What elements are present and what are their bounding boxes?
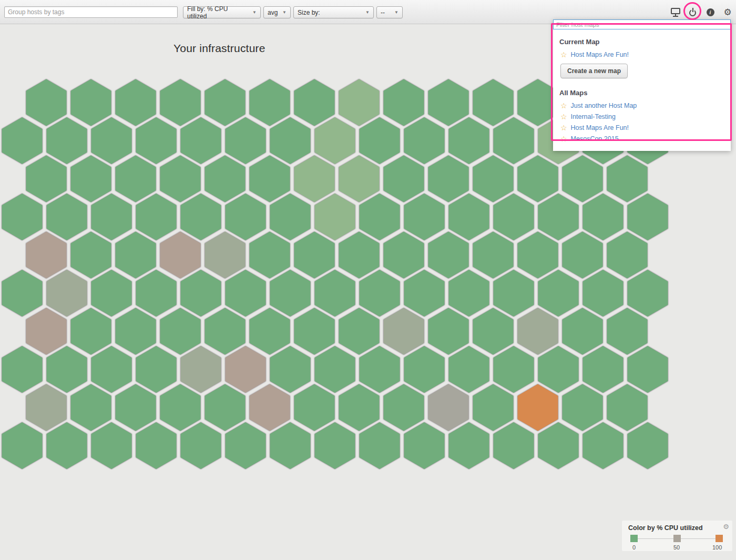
host-hexagon[interactable] — [71, 384, 111, 431]
star-icon[interactable]: ☆ — [560, 135, 567, 142]
host-hexagon[interactable] — [136, 422, 177, 469]
host-hexagon[interactable] — [428, 156, 469, 202]
host-hexagon[interactable] — [384, 79, 424, 126]
map-list-item[interactable]: ☆ Host Maps Are Fun! — [559, 123, 724, 134]
host-hexagon[interactable] — [270, 117, 311, 164]
host-hexagon[interactable] — [538, 194, 579, 240]
host-hexagon[interactable] — [473, 232, 514, 279]
host-hexagon[interactable] — [226, 194, 266, 240]
host-hexagon[interactable] — [270, 194, 311, 240]
host-hexagon[interactable] — [518, 384, 558, 431]
host-hexagon[interactable] — [494, 422, 534, 469]
host-hexagon[interactable] — [473, 79, 514, 126]
host-hexagon[interactable] — [181, 270, 221, 317]
host-hexagon[interactable] — [428, 79, 469, 126]
host-hexagon[interactable] — [360, 422, 400, 469]
star-icon[interactable]: ☆ — [560, 113, 567, 120]
host-hexagon[interactable] — [360, 117, 400, 164]
host-hexagon[interactable] — [91, 422, 132, 469]
host-hexagon[interactable] — [538, 270, 579, 317]
host-hexagon[interactable] — [339, 232, 380, 279]
current-map-link[interactable]: Host Maps Are Fun! — [571, 51, 629, 58]
create-new-map-button[interactable]: Create a new map — [560, 64, 628, 78]
host-hexagon[interactable] — [181, 422, 221, 469]
host-hexagon[interactable] — [315, 194, 355, 240]
host-hexagon[interactable] — [26, 156, 67, 202]
host-hexagon[interactable] — [518, 79, 558, 126]
host-hexagon[interactable] — [563, 384, 603, 431]
host-hexagon[interactable] — [360, 270, 400, 317]
host-hexagon[interactable] — [294, 79, 335, 126]
host-hexagon[interactable] — [518, 308, 558, 355]
host-hexagon[interactable] — [404, 346, 445, 393]
host-hexagon[interactable] — [116, 156, 156, 202]
host-hexagon[interactable] — [315, 422, 355, 469]
host-hexagon[interactable] — [116, 384, 156, 431]
star-icon[interactable]: ☆ — [560, 51, 567, 58]
host-hexagon[interactable] — [404, 194, 445, 240]
host-hexagon[interactable] — [270, 422, 311, 469]
fill-by-select[interactable]: Fill by: % CPU utilized ▼ — [183, 6, 261, 18]
host-hexagon[interactable] — [628, 194, 668, 240]
map-link[interactable]: MesosCon 2015 — [571, 135, 619, 142]
map-list-item[interactable]: ☆ Internal-Testing — [559, 111, 724, 123]
host-hexagon[interactable] — [607, 308, 648, 355]
host-hexagon[interactable] — [71, 79, 111, 126]
host-hexagon[interactable] — [315, 117, 355, 164]
host-hexagon[interactable] — [205, 308, 246, 355]
host-hexagon[interactable] — [384, 384, 424, 431]
host-hexagon[interactable] — [428, 232, 469, 279]
host-hexagon[interactable] — [563, 232, 603, 279]
host-hexagon[interactable] — [26, 79, 67, 126]
host-hexagon[interactable] — [160, 232, 201, 279]
host-hexagon[interactable] — [294, 308, 335, 355]
host-hexagon[interactable] — [360, 346, 400, 393]
host-hexagon[interactable] — [583, 194, 623, 240]
host-hexagon[interactable] — [47, 270, 87, 317]
host-hexagon[interactable] — [181, 346, 221, 393]
host-hexagon[interactable] — [205, 79, 246, 126]
host-hexagon[interactable] — [315, 270, 355, 317]
host-hexagon[interactable] — [339, 156, 380, 202]
host-hexagon[interactable] — [449, 422, 489, 469]
host-hexagon[interactable] — [628, 422, 668, 469]
host-hexagon[interactable] — [384, 308, 424, 355]
host-hexagon[interactable] — [294, 232, 335, 279]
host-hexagon[interactable] — [116, 308, 156, 355]
host-hexagon[interactable] — [294, 156, 335, 202]
host-hexagon[interactable] — [428, 308, 469, 355]
host-hexagon[interactable] — [449, 194, 489, 240]
host-hexagon[interactable] — [607, 232, 648, 279]
host-hexagon[interactable] — [181, 194, 221, 240]
filter-host-maps-input[interactable] — [553, 19, 731, 29]
host-hexagon[interactable] — [136, 346, 177, 393]
host-hexagon[interactable] — [160, 384, 201, 431]
host-hexagon[interactable] — [518, 156, 558, 202]
host-hexagon[interactable] — [2, 346, 43, 393]
host-hexagon[interactable] — [71, 156, 111, 202]
host-hexagon[interactable] — [473, 156, 514, 202]
host-hexagon[interactable] — [583, 346, 623, 393]
host-hexagon[interactable] — [2, 117, 43, 164]
host-hexagon[interactable] — [494, 270, 534, 317]
host-hexagon[interactable] — [449, 346, 489, 393]
host-hexagon[interactable] — [473, 308, 514, 355]
host-hexagon[interactable] — [250, 156, 290, 202]
host-hexagon[interactable] — [26, 232, 67, 279]
host-hexagon[interactable] — [226, 346, 266, 393]
host-hexagon[interactable] — [181, 117, 221, 164]
map-link[interactable]: Host Maps Are Fun! — [571, 124, 629, 131]
host-hexagon[interactable] — [404, 270, 445, 317]
host-hexagon[interactable] — [71, 308, 111, 355]
host-hexagon[interactable] — [494, 346, 534, 393]
host-hexagon[interactable] — [136, 117, 177, 164]
gear-icon[interactable]: ⚙ — [722, 7, 733, 17]
legend-gear-icon[interactable]: ⚙ — [723, 523, 729, 530]
host-hexagon[interactable] — [404, 117, 445, 164]
host-hexagon[interactable] — [404, 422, 445, 469]
aggregation-select[interactable]: avg ▼ — [263, 6, 291, 18]
power-icon[interactable] — [688, 7, 698, 17]
host-hexagon[interactable] — [339, 384, 380, 431]
host-hexagon[interactable] — [563, 308, 603, 355]
host-hexagon[interactable] — [473, 384, 514, 431]
